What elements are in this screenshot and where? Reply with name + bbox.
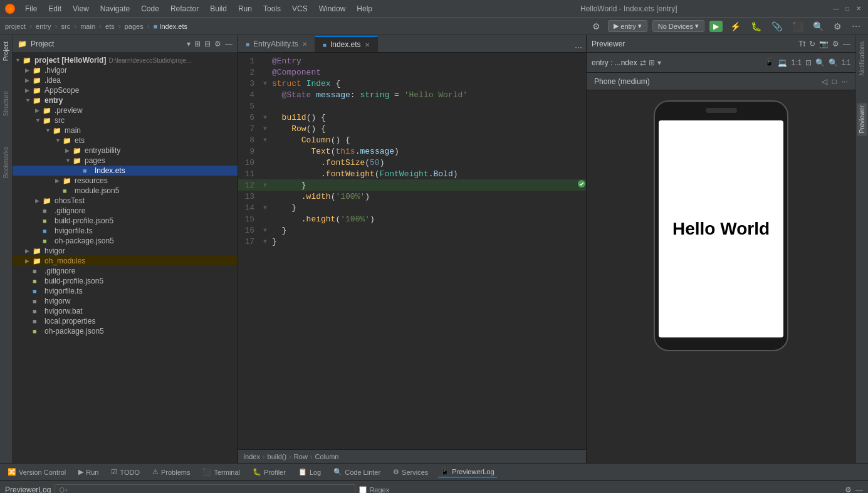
- tree-hvigorfile-root[interactable]: ■ hvigorfile.ts: [13, 286, 238, 296]
- tab-profiler[interactable]: 🐛 Profiler: [250, 467, 288, 477]
- entry-swap-icon[interactable]: ⇄: [640, 58, 646, 67]
- menu-help[interactable]: Help: [352, 3, 377, 14]
- tree-hvigorw-bat[interactable]: ■ hvigorw.bat: [13, 306, 238, 316]
- previewer-font-icon[interactable]: Tt: [798, 40, 805, 48]
- project-collapse-icon[interactable]: ⊟: [204, 40, 211, 48]
- tree-entry[interactable]: ▼ 📁 entry: [13, 95, 238, 105]
- debug-button[interactable]: 🐛: [748, 20, 764, 33]
- tab-terminal[interactable]: ⬛ Terminal: [200, 467, 243, 477]
- search-icon[interactable]: 🔍: [810, 20, 826, 33]
- cb-column[interactable]: Column: [315, 453, 339, 460]
- breadcrumb-pages[interactable]: pages: [125, 23, 144, 30]
- breadcrumb-file[interactable]: Index.ets: [159, 23, 187, 30]
- tree-hvigorw[interactable]: ■ hvigorw: [13, 296, 238, 306]
- minimize-button[interactable]: —: [832, 4, 840, 13]
- tree-hvigor-root[interactable]: ▶ 📁 hvigor: [13, 246, 238, 256]
- tree-index-ets[interactable]: ■ Index.ets: [13, 166, 238, 176]
- project-gear-icon[interactable]: ⚙: [214, 40, 221, 48]
- tree-ets[interactable]: ▼ 📁 ets: [13, 135, 238, 146]
- preview-phone-icon[interactable]: 📱: [765, 58, 774, 67]
- menu-build[interactable]: Build: [205, 3, 232, 14]
- device-back-icon[interactable]: ◁: [822, 77, 827, 86]
- entry-layout-icon[interactable]: ⊞: [649, 58, 655, 67]
- more-icon[interactable]: ⋯: [849, 20, 863, 33]
- tree-main[interactable]: ▼ 📁 main: [13, 125, 238, 135]
- device-home-icon[interactable]: □: [832, 77, 837, 86]
- tab-code-linter[interactable]: 🔍 Code Linter: [331, 467, 383, 477]
- tree-entryability[interactable]: ▶ 📁 entryability: [13, 146, 238, 156]
- breadcrumb-ets[interactable]: ets: [105, 23, 115, 30]
- previewer-screenshot-icon[interactable]: 📷: [819, 40, 829, 48]
- tree-src[interactable]: ▼ 📁 src: [13, 115, 238, 125]
- log-search-input[interactable]: [55, 484, 355, 494]
- profile-button[interactable]: ⚡: [728, 20, 743, 33]
- preview-crop-icon[interactable]: ⊡: [805, 58, 812, 67]
- menu-edit[interactable]: Edit: [43, 3, 66, 14]
- tree-gitignore-entry[interactable]: ■ .gitignore: [13, 206, 238, 216]
- tree-preview[interactable]: ▶ 📁 .preview: [13, 105, 238, 115]
- code-editor[interactable]: 1 @Entry 2 @Component 3 ▼ struct Index {…: [238, 53, 586, 449]
- sidebar-bookmarks-tab[interactable]: Bookmarks: [1, 144, 11, 181]
- menu-tools[interactable]: Tools: [258, 3, 286, 14]
- preview-ratio-icon[interactable]: 1:1: [791, 58, 802, 67]
- menu-file[interactable]: File: [20, 3, 42, 14]
- tree-idea[interactable]: ▶ 📁 .idea: [13, 75, 238, 85]
- previewer-refresh-icon[interactable]: ↻: [809, 40, 815, 48]
- tree-hvigor[interactable]: ▶ 📁 .hvigor: [13, 65, 238, 75]
- settings-toolbar-icon[interactable]: ⚙: [831, 20, 844, 33]
- tree-pages[interactable]: ▼ 📁 pages: [13, 156, 238, 166]
- log-close-icon[interactable]: —: [855, 485, 863, 494]
- project-new-window-icon[interactable]: ⊞: [194, 40, 201, 48]
- menu-view[interactable]: View: [68, 3, 94, 14]
- breadcrumb-main[interactable]: main: [80, 23, 95, 30]
- stop-button[interactable]: ⬛: [790, 20, 805, 33]
- tab-problems[interactable]: ⚠ Problems: [150, 467, 192, 477]
- settings-icon[interactable]: ⚙: [590, 20, 603, 33]
- cb-row[interactable]: Row: [294, 453, 308, 460]
- tab-todo[interactable]: ☑ TODO: [108, 467, 142, 477]
- previewer-settings-icon[interactable]: ⚙: [832, 40, 839, 48]
- tab-index-close[interactable]: ✕: [365, 41, 370, 48]
- tree-root[interactable]: ▼ 📁 project [HelloWorld] D:\learn\deveco…: [13, 55, 238, 65]
- regex-checkbox[interactable]: [359, 486, 367, 494]
- no-devices-button[interactable]: No Devices ▾: [652, 20, 704, 32]
- tree-ohpackage-root[interactable]: ■ oh-package.json5: [13, 326, 238, 336]
- tab-entryability-close[interactable]: ✕: [302, 41, 307, 48]
- sidebar-notifications-tab[interactable]: Notifications: [857, 39, 867, 78]
- tree-build-profile-entry[interactable]: ■ build-profile.json5: [13, 216, 238, 226]
- breadcrumb-entry[interactable]: entry: [36, 23, 51, 30]
- attach-button[interactable]: 📎: [769, 20, 785, 33]
- log-settings-icon[interactable]: ⚙: [845, 485, 852, 494]
- menu-code[interactable]: Code: [136, 3, 164, 14]
- cb-index[interactable]: Index: [243, 453, 260, 460]
- sidebar-previewer-tab[interactable]: Previewer: [857, 103, 867, 135]
- tab-entryability[interactable]: ■ EntryAbility.ts ✕: [238, 36, 315, 52]
- run-button[interactable]: ▶: [709, 21, 723, 32]
- previewer-minimize-icon[interactable]: —: [843, 40, 850, 48]
- preview-zoom-in-icon[interactable]: 🔍: [815, 58, 825, 67]
- tree-hvigorfile-entry[interactable]: ■ hvigorfile.ts: [13, 226, 238, 236]
- menu-vcs[interactable]: VCS: [287, 3, 313, 14]
- maximize-button[interactable]: □: [843, 4, 852, 13]
- regex-checkbox-label[interactable]: Regex: [359, 486, 389, 494]
- editor-more-icon[interactable]: ⋯: [575, 43, 582, 52]
- tab-log[interactable]: 📋 Log: [296, 467, 323, 477]
- tab-index-ets[interactable]: ■ Index.ets ✕: [315, 36, 378, 52]
- entry-dropdown2-icon[interactable]: ▾: [657, 58, 661, 67]
- tree-appscope[interactable]: ▶ 📁 AppScope: [13, 85, 238, 95]
- tab-services[interactable]: ⚙ Services: [390, 467, 431, 477]
- menu-run[interactable]: Run: [233, 3, 257, 14]
- menu-window[interactable]: Window: [314, 3, 351, 14]
- menu-navigate[interactable]: Navigate: [95, 3, 135, 14]
- tree-ohostest[interactable]: ▶ 📁 ohosTest: [13, 196, 238, 206]
- tree-module-json[interactable]: ■ module.json5: [13, 186, 238, 196]
- tree-ohpackage-entry[interactable]: ■ oh-package.json5: [13, 236, 238, 246]
- preview-tablet-icon[interactable]: 💻: [778, 58, 787, 67]
- breadcrumb-src[interactable]: src: [61, 23, 71, 30]
- tree-build-profile-root[interactable]: ■ build-profile.json5: [13, 276, 238, 286]
- tab-version-control[interactable]: 🔀 Version Control: [5, 467, 68, 477]
- tree-resources[interactable]: ▶ 📁 resources: [13, 176, 238, 186]
- menu-refactor[interactable]: Refactor: [165, 3, 204, 14]
- sidebar-project-tab[interactable]: Project: [1, 39, 11, 63]
- project-close-icon[interactable]: —: [225, 40, 233, 48]
